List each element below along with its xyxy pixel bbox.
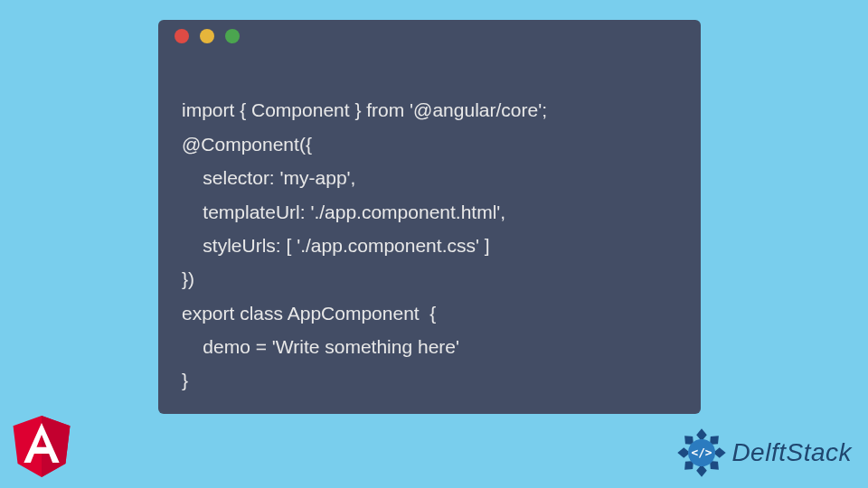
delftstack-label: DelftStack bbox=[731, 438, 852, 467]
code-block: import { Component } from '@angular/core… bbox=[158, 52, 701, 398]
code-window: import { Component } from '@angular/core… bbox=[158, 20, 701, 414]
code-line: @Component({ bbox=[182, 134, 312, 155]
code-line: styleUrls: [ './app.component.css' ] bbox=[182, 235, 490, 256]
code-line: import { Component } from '@angular/core… bbox=[182, 99, 547, 120]
code-line: export class AppComponent { bbox=[182, 303, 436, 324]
code-line: templateUrl: './app.component.html', bbox=[182, 202, 505, 222]
window-titlebar bbox=[158, 20, 701, 52]
code-line: demo = 'Write something here' bbox=[182, 336, 459, 357]
code-line: } bbox=[182, 370, 188, 390]
delftstack-badge-icon: </> bbox=[675, 427, 728, 479]
close-icon bbox=[175, 29, 189, 43]
minimize-icon bbox=[200, 29, 214, 43]
code-line: }) bbox=[182, 268, 194, 289]
angular-logo-icon bbox=[13, 416, 71, 481]
svg-marker-1 bbox=[42, 416, 70, 477]
delftstack-logo: </> DelftStack bbox=[675, 427, 852, 479]
maximize-icon bbox=[225, 29, 240, 43]
code-line: selector: 'my-app', bbox=[182, 167, 355, 188]
svg-text:</>: </> bbox=[692, 446, 712, 459]
